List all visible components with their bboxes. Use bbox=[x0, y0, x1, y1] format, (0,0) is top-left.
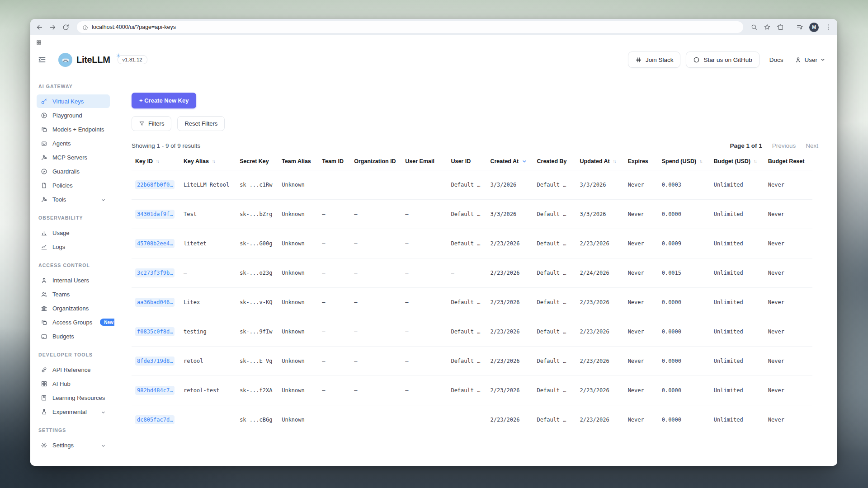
sidebar-item-mcp-servers[interactable]: MCP Servers bbox=[37, 150, 110, 164]
cell-updated-at: 2/23/2026 bbox=[576, 229, 624, 258]
key-id-link[interactable]: dc805fac7d… bbox=[135, 415, 175, 424]
column-header-updated-at[interactable]: Updated At↑↓ bbox=[576, 155, 624, 170]
user-menu[interactable]: User bbox=[795, 56, 826, 63]
sidebar-item-playground[interactable]: Playground bbox=[37, 108, 110, 122]
bookmark-star-icon[interactable] bbox=[764, 23, 771, 31]
sidebar-item-virtual-keys[interactable]: Virtual Keys bbox=[37, 94, 110, 108]
sidebar-item-settings[interactable]: Settings bbox=[37, 438, 110, 452]
browser-menu-icon[interactable] bbox=[825, 23, 832, 31]
create-new-key-button[interactable]: + Create New Key bbox=[132, 93, 196, 108]
table-row[interactable]: 982bd484c7…retool-testsk-...f2XAUnknown–… bbox=[132, 376, 812, 405]
sidebar-item-experimental[interactable]: Experimental bbox=[37, 405, 110, 418]
sidebar-item-access-groups[interactable]: Access GroupsNew bbox=[37, 315, 110, 329]
sort-arrows-icon[interactable]: ↑↓ bbox=[699, 159, 702, 164]
site-info-icon[interactable] bbox=[82, 24, 88, 30]
star-github-button[interactable]: Star us on GitHub bbox=[686, 52, 759, 68]
column-header-key-alias[interactable]: Key Alias↑↓ bbox=[180, 155, 236, 170]
sidebar-item-teams[interactable]: Teams bbox=[37, 287, 110, 301]
table-row[interactable]: f0835c0f8d…testingsk-...9fIwUnknown–––De… bbox=[132, 317, 812, 347]
sort-arrows-icon[interactable]: ↑↓ bbox=[156, 159, 159, 164]
cell-secret-key: sk-...f2XA bbox=[236, 376, 278, 405]
url-bar[interactable]: localhost:4000/ui/?page=api-keys bbox=[77, 21, 743, 33]
play-icon bbox=[41, 112, 47, 119]
app-body: AI GATEWAYVirtual KeysPlaygroundModels +… bbox=[30, 72, 837, 466]
key-id-link[interactable]: 8fde3719d8… bbox=[135, 357, 175, 366]
cell-organization-id: – bbox=[350, 258, 401, 288]
cell-updated-at: 2/23/2026 bbox=[576, 405, 624, 435]
table-row[interactable]: 3c273f3f9b…–sk-...o23gUnknown––––2/23/20… bbox=[132, 258, 812, 288]
cell-key-id: aa36bad046… bbox=[132, 288, 180, 317]
key-id-link[interactable]: 3c273f3f9b… bbox=[135, 268, 175, 277]
sidebar-item-usage[interactable]: Usage bbox=[37, 226, 110, 239]
cell-team-id: – bbox=[318, 200, 350, 229]
apps-grid-icon[interactable] bbox=[36, 39, 42, 44]
sort-arrows-icon[interactable]: ↑↓ bbox=[754, 159, 756, 164]
cell-created-at: 2/23/2026 bbox=[486, 258, 533, 288]
column-header-user-id: User ID bbox=[447, 155, 486, 170]
sidebar-item-tools[interactable]: Tools bbox=[37, 192, 110, 206]
filters-button[interactable]: Filters bbox=[132, 116, 171, 131]
sidebar-item-label: Organizations bbox=[52, 305, 89, 312]
sidebar-item-agents[interactable]: Agents bbox=[37, 136, 110, 150]
back-icon[interactable] bbox=[36, 23, 43, 31]
key-id-link[interactable]: 22b68fb0f0… bbox=[135, 180, 175, 189]
column-header-budget-usd[interactable]: Budget (USD)↑↓ bbox=[710, 155, 764, 170]
sidebar-item-policies[interactable]: Policies bbox=[37, 178, 110, 192]
sidebar-item-logs[interactable]: Logs bbox=[37, 240, 110, 253]
column-header-key-id[interactable]: Key ID↑↓ bbox=[132, 155, 180, 170]
cell-key-alias: Test bbox=[180, 200, 236, 229]
book-icon bbox=[41, 394, 47, 401]
bank-icon bbox=[41, 305, 47, 312]
table-row[interactable]: 8fde3719d8…retoolsk-...E_VgUnknown–––Def… bbox=[132, 347, 812, 376]
forward-icon[interactable] bbox=[49, 23, 57, 31]
slack-icon bbox=[635, 56, 642, 63]
sidebar-collapse-icon[interactable] bbox=[38, 55, 47, 64]
sidebar-item-ai-hub[interactable]: AI Hub bbox=[37, 377, 110, 390]
cell-organization-id: – bbox=[350, 229, 401, 258]
table-row[interactable]: 34301daf9f…Testsk-...bZrgUnknown–––Defau… bbox=[132, 200, 812, 229]
sidebar-item-models-endpoints[interactable]: Models + Endpoints bbox=[37, 122, 110, 136]
reload-icon[interactable] bbox=[62, 23, 70, 31]
column-header-spend-usd[interactable]: Spend (USD)↑↓ bbox=[658, 155, 710, 170]
table-row[interactable]: dc805fac7d…–sk-...cBGgUnknown––––2/23/20… bbox=[132, 405, 812, 435]
reset-filters-button[interactable]: Reset Filters bbox=[177, 116, 225, 131]
sort-desc-icon[interactable] bbox=[522, 159, 527, 164]
sidebar-item-budgets[interactable]: Budgets bbox=[37, 329, 110, 343]
key-id-link[interactable]: aa36bad046… bbox=[135, 298, 175, 307]
key-id-link[interactable]: 982bd484c7… bbox=[135, 386, 175, 395]
extensions-icon[interactable] bbox=[777, 23, 784, 31]
cell-created-by: Default … bbox=[533, 288, 576, 317]
browser-profile-avatar[interactable]: M bbox=[809, 23, 819, 32]
sort-arrows-icon[interactable]: ↑↓ bbox=[212, 159, 215, 164]
cell-updated-at: 2/23/2026 bbox=[576, 347, 624, 376]
sidebar-item-label: Models + Endpoints bbox=[52, 126, 104, 133]
key-id-link[interactable]: 34301daf9f… bbox=[135, 210, 175, 219]
sidebar-item-internal-users[interactable]: Internal Users bbox=[37, 273, 110, 287]
zoom-icon[interactable] bbox=[750, 23, 758, 31]
previous-page-button[interactable]: Previous bbox=[772, 142, 796, 149]
join-slack-button[interactable]: Join Slack bbox=[628, 52, 681, 68]
cell-secret-key: sk-...c1Rw bbox=[236, 170, 278, 200]
sidebar-item-organizations[interactable]: Organizations bbox=[37, 301, 110, 315]
column-header-created-at[interactable]: Created At bbox=[486, 155, 533, 170]
table-row[interactable]: aa36bad046…Litexsk-...v-KQUnknown–––Defa… bbox=[132, 288, 812, 317]
media-controls-icon[interactable] bbox=[796, 23, 803, 31]
cell-expires: Never bbox=[624, 258, 658, 288]
cell-created-by: Default … bbox=[533, 258, 576, 288]
sidebar-item-guardrails[interactable]: Guardrails bbox=[37, 164, 110, 178]
key-id-link[interactable]: 45708b2ee4… bbox=[135, 239, 175, 248]
docs-link[interactable]: Docs bbox=[769, 56, 783, 63]
key-id-link[interactable]: f0835c0f8d… bbox=[135, 327, 175, 336]
cell-team-id: – bbox=[318, 258, 350, 288]
cell-key-alias: litetet bbox=[180, 229, 236, 258]
sort-arrows-icon[interactable]: ↑↓ bbox=[613, 159, 616, 164]
table-row[interactable]: 45708b2ee4…litetetsk-...G00gUnknown–––De… bbox=[132, 229, 812, 258]
table-row[interactable]: 22b68fb0f0…LiteLLM-Retoolsk-...c1RwUnkno… bbox=[132, 170, 812, 200]
user-menu-label: User bbox=[804, 56, 817, 63]
next-page-button[interactable]: Next bbox=[806, 142, 818, 149]
sidebar-item-learning-resources[interactable]: Learning Resources bbox=[37, 391, 110, 404]
cell-user-id: Default … bbox=[447, 200, 486, 229]
version-badge: v1.81.12 bbox=[118, 55, 147, 64]
sidebar: AI GATEWAYVirtual KeysPlaygroundModels +… bbox=[30, 72, 114, 466]
sidebar-item-api-reference[interactable]: API Reference bbox=[37, 363, 110, 376]
